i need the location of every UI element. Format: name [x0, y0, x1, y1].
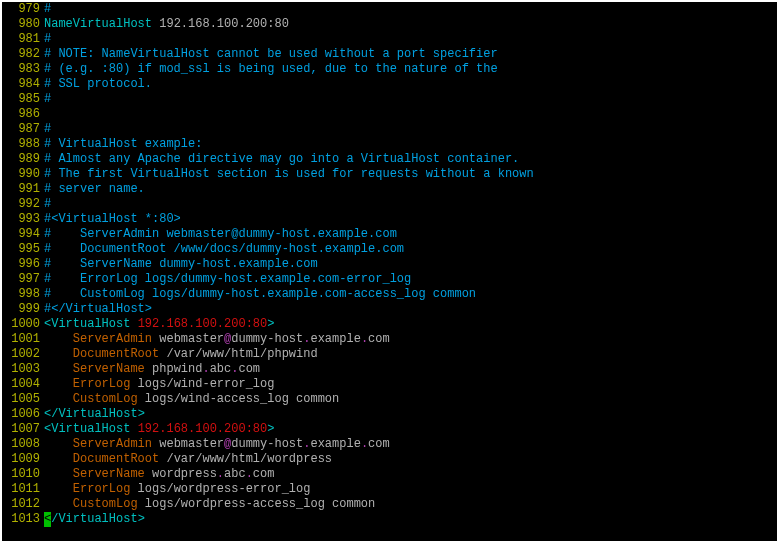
text-token: com — [238, 362, 260, 376]
line-number: 985 — [2, 92, 44, 107]
code-line: 994# ServerAdmin webmaster@dummy-host.ex… — [2, 227, 777, 242]
line-number: 992 — [2, 197, 44, 212]
line-code: ServerName wordpress.abc.com — [44, 467, 274, 482]
indent — [44, 452, 73, 466]
indent — [44, 497, 73, 511]
space — [130, 317, 137, 331]
text-token: com — [368, 332, 390, 346]
line-code: <VirtualHost 192.168.100.200:80> — [44, 317, 274, 332]
space — [130, 422, 137, 436]
code-line: 1003 ServerName phpwind.abc.com — [2, 362, 777, 377]
line-number: 980 — [2, 17, 44, 32]
code-line: 986 — [2, 107, 777, 122]
code-line: 1013</VirtualHost> — [2, 512, 777, 527]
keyword: DocumentRoot — [73, 347, 159, 361]
line-code: # ServerName dummy-host.example.com — [44, 257, 318, 272]
comment: # ErrorLog logs/dummy-host.example.com-e… — [44, 272, 411, 286]
line-code: <VirtualHost 192.168.100.200:80> — [44, 422, 274, 437]
line-code: # DocumentRoot /www/docs/dummy-host.exam… — [44, 242, 404, 257]
line-number: 999 — [2, 302, 44, 317]
line-number: 997 — [2, 272, 44, 287]
text-token: wordpress — [152, 467, 217, 481]
keyword: CustomLog — [73, 392, 138, 406]
code-line: 989# Almost any Apache directive may go … — [2, 152, 777, 167]
line-code: CustomLog logs/wind-access_log common — [44, 392, 339, 407]
line-number: 1004 — [2, 377, 44, 392]
line-code: ServerAdmin webmaster@dummy-host.example… — [44, 332, 390, 347]
line-number: 1002 — [2, 347, 44, 362]
text-token: webmaster — [159, 332, 224, 346]
line-code: </VirtualHost> — [44, 512, 145, 527]
space — [145, 467, 152, 481]
line-code: ErrorLog logs/wind-error_log — [44, 377, 274, 392]
terminal[interactable]: 979#980NameVirtualHost 192.168.100.200:8… — [2, 2, 777, 541]
line-code: ErrorLog logs/wordpress-error_log — [44, 482, 310, 497]
angle-bracket: > — [138, 407, 145, 421]
text-token: abc — [210, 362, 232, 376]
comment: # CustomLog logs/dummy-host.example.com-… — [44, 287, 476, 301]
line-code: # server name. — [44, 182, 145, 197]
line-code: NameVirtualHost 192.168.100.200:80 — [44, 17, 289, 32]
indent — [44, 377, 73, 391]
line-code: # SSL protocol. — [44, 77, 152, 92]
punct: . — [361, 332, 368, 346]
comment: # ServerName dummy-host.example.com — [44, 257, 318, 271]
line-number: 991 — [2, 182, 44, 197]
comment: # Almost any Apache directive may go int… — [44, 152, 519, 166]
code-line: 998# CustomLog logs/dummy-host.example.c… — [2, 287, 777, 302]
comment: # server name. — [44, 182, 145, 196]
punct: . — [202, 362, 209, 376]
comment: # VirtualHost example: — [44, 137, 202, 151]
line-number: 1013 — [2, 512, 44, 527]
line-number: 1001 — [2, 332, 44, 347]
comment: # DocumentRoot /www/docs/dummy-host.exam… — [44, 242, 404, 256]
code-line: 993#<VirtualHost *:80> — [2, 212, 777, 227]
line-number: 996 — [2, 257, 44, 272]
comment: # ServerAdmin webmaster@dummy-host.examp… — [44, 227, 397, 241]
punct: . — [246, 467, 253, 481]
line-code: # ServerAdmin webmaster@dummy-host.examp… — [44, 227, 397, 242]
line-code: #</VirtualHost> — [44, 302, 152, 317]
text-token: phpwind — [152, 362, 202, 376]
indent — [44, 467, 73, 481]
tag-name: VirtualHost — [58, 407, 137, 421]
line-number: 983 — [2, 62, 44, 77]
path: logs/wind-error_log — [130, 377, 274, 391]
line-code: # — [44, 2, 51, 17]
code-line: 987# — [2, 122, 777, 137]
keyword: ServerName — [73, 467, 145, 481]
comment: # — [44, 122, 51, 136]
editor-content: 979#980NameVirtualHost 192.168.100.200:8… — [2, 2, 777, 527]
comment: # (e.g. :80) if mod_ssl is being used, d… — [44, 62, 498, 76]
line-number: 995 — [2, 242, 44, 257]
line-number: 990 — [2, 167, 44, 182]
line-number: 986 — [2, 107, 44, 122]
line-number: 1010 — [2, 467, 44, 482]
keyword: ErrorLog — [73, 482, 131, 496]
line-number: 1012 — [2, 497, 44, 512]
directive: NameVirtualHost — [44, 17, 152, 31]
code-line: 999#</VirtualHost> — [2, 302, 777, 317]
ip: 192.168.100.200:80 — [138, 317, 268, 331]
line-code: # ErrorLog logs/dummy-host.example.com-e… — [44, 272, 411, 287]
line-number: 982 — [2, 47, 44, 62]
line-code: # CustomLog logs/dummy-host.example.com-… — [44, 287, 476, 302]
line-number: 1007 — [2, 422, 44, 437]
line-code: # VirtualHost example: — [44, 137, 202, 152]
line-number: 1006 — [2, 407, 44, 422]
line-code: # Almost any Apache directive may go int… — [44, 152, 519, 167]
keyword: ServerAdmin — [73, 332, 152, 346]
text-token: webmaster — [159, 437, 224, 451]
text-token: com — [253, 467, 275, 481]
code-line: 1005 CustomLog logs/wind-access_log comm… — [2, 392, 777, 407]
indent — [44, 392, 73, 406]
angle-bracket: > — [267, 317, 274, 331]
line-code: ServerAdmin webmaster@dummy-host.example… — [44, 437, 390, 452]
code-line: 981# — [2, 32, 777, 47]
indent — [44, 482, 73, 496]
text-token: abc — [224, 467, 246, 481]
path: /var/www/html/phpwind — [159, 347, 317, 361]
code-line: 1009 DocumentRoot /var/www/html/wordpres… — [2, 452, 777, 467]
line-code: # The first VirtualHost section is used … — [44, 167, 534, 182]
line-number: 998 — [2, 287, 44, 302]
